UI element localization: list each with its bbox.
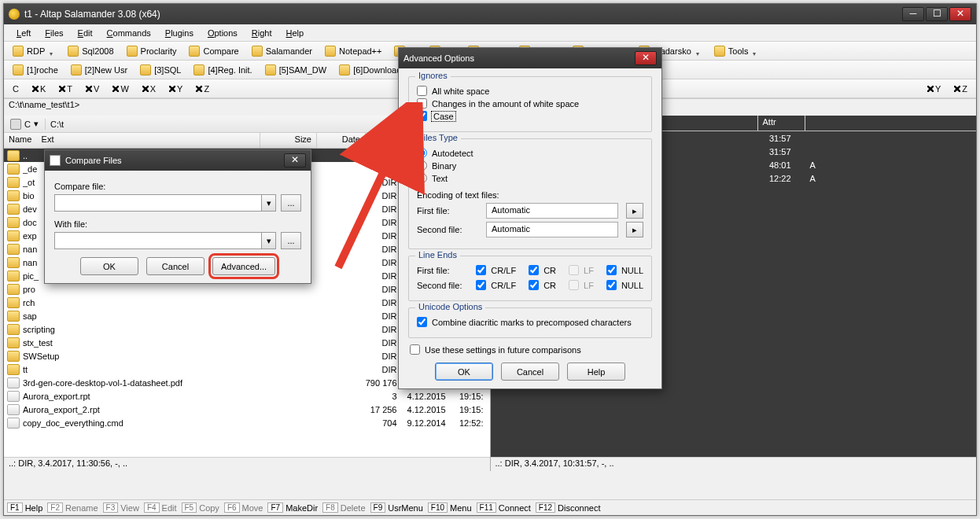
folder-icon [7, 177, 20, 188]
with-file-browse[interactable]: ... [281, 232, 301, 249]
menu-plugins[interactable]: Plugins [159, 27, 200, 39]
ignore-case-checkbox[interactable] [417, 111, 427, 121]
ignore-amount-checkbox[interactable] [417, 98, 427, 109]
toolbar-notepad-[interactable]: Notepad++ [319, 43, 387, 59]
folder-icon [7, 337, 20, 348]
chevron-down-icon [696, 48, 702, 53]
filetype-text-radio[interactable] [417, 173, 427, 183]
list-item[interactable]: Aurora_export.rpt34.12.201519:15: [4, 389, 490, 403]
le1-null-checkbox[interactable] [606, 265, 617, 275]
drv-y-icon[interactable]: 🗙Y [163, 82, 188, 96]
line-ends-group: Line Ends First file: CR/LF CR LF NULL S… [408, 256, 652, 301]
drv-k-icon[interactable]: 🗙K [26, 82, 51, 96]
folder-icon [7, 204, 20, 215]
folder-icon [7, 364, 20, 375]
menu-edit[interactable]: Edit [72, 27, 99, 39]
toolbar-tools[interactable]: Tools [709, 43, 764, 59]
menu-help[interactable]: Help [280, 27, 311, 39]
fkey-help[interactable]: F1Help [7, 502, 42, 513]
menu-options[interactable]: Options [201, 27, 244, 39]
fkey-usrmenu[interactable]: F9UsrMenu [370, 502, 423, 513]
folder-icon [7, 230, 20, 241]
maximize-button[interactable]: ☐ [926, 7, 948, 21]
combine-diacritic-checkbox[interactable] [417, 317, 427, 327]
folder-icon [325, 46, 336, 57]
encoding-first-button[interactable]: ▸ [626, 203, 643, 219]
minimize-button[interactable]: ─ [902, 7, 924, 21]
drv-z2-icon[interactable]: 🗙Z [948, 82, 973, 96]
path-box[interactable]: C:\t [46, 120, 436, 129]
with-file-dropdown[interactable]: ▾ [262, 232, 276, 249]
toolbar--5-sam_dw[interactable]: [5]SAM_DW [260, 62, 333, 78]
fkey-delete: F8Delete [322, 502, 365, 513]
list-item[interactable]: Aurora_export_2.rpt17 2564.12.201519:15: [4, 403, 490, 416]
folder-icon [189, 46, 200, 57]
drv-x-icon[interactable]: 🗙X [136, 82, 161, 96]
compare-ok-button[interactable]: OK [80, 257, 138, 275]
folder-icon [339, 64, 350, 75]
compare-dialog-title: Compare Files [65, 156, 284, 165]
filetype-binary-radio[interactable] [417, 160, 427, 171]
toolbar--1-roche[interactable]: [1]roche [7, 62, 64, 78]
fkey-move: F6Move [224, 502, 263, 513]
compare-file-browse[interactable]: ... [281, 194, 301, 212]
ignores-group: Ignores All white space Changes in the a… [408, 76, 652, 132]
le2-cr-checkbox[interactable] [529, 280, 539, 290]
filetype-auto-radio[interactable] [417, 148, 427, 158]
advanced-close-button[interactable]: ✕ [635, 51, 657, 65]
with-file-input[interactable] [54, 232, 262, 249]
compare-advanced-button[interactable]: Advanced... [212, 257, 275, 275]
ignore-whitespace-checkbox[interactable] [417, 86, 427, 96]
toolbar--2-new-usr[interactable]: [2]New Usr [65, 62, 133, 78]
toolbar-salamander[interactable]: Salamander [246, 43, 318, 59]
drv-t-icon[interactable]: 🗙T [53, 82, 78, 96]
chevron-down-icon [753, 48, 758, 53]
drv-w-icon[interactable]: 🗙W [106, 82, 134, 96]
le1-cr-checkbox[interactable] [529, 265, 539, 275]
fkey-connect[interactable]: F11Connect [477, 502, 531, 513]
toolbar--3-sql[interactable]: [3]SQL [134, 62, 186, 78]
menu-left[interactable]: Left [10, 27, 37, 39]
compare-file-input[interactable] [54, 194, 262, 212]
fkey-makedir[interactable]: F7MakeDir [267, 502, 318, 513]
unicode-group: Unicode Options Combine diacritic marks … [408, 307, 652, 338]
file-icon [7, 377, 20, 388]
toolbar-rdp[interactable]: RDP [7, 43, 61, 59]
le2-null-checkbox[interactable] [606, 280, 617, 290]
folder-icon [71, 64, 82, 75]
encoding-second-button[interactable]: ▸ [626, 222, 643, 237]
advanced-ok-button[interactable]: OK [435, 363, 493, 381]
folder-icon [7, 150, 20, 161]
encoding-second-value: Automatic [486, 222, 618, 237]
toolbar-sql2008[interactable]: Sql2008 [62, 43, 119, 59]
function-keys: F1HelpF2RenameF3ViewF4EditF5CopyF6MoveF7… [4, 499, 976, 515]
toolbar-compare[interactable]: Compare [183, 43, 244, 59]
compare-close-button[interactable]: ✕ [284, 153, 306, 167]
app-icon [9, 9, 20, 20]
toolbar--6-download[interactable]: [6]Download [333, 62, 407, 78]
menu-right[interactable]: Right [245, 27, 278, 39]
le1-crlf-checkbox[interactable] [476, 265, 486, 275]
compare-cancel-button[interactable]: Cancel [146, 257, 204, 275]
close-button[interactable]: ✕ [949, 7, 971, 21]
toolbar-proclarity[interactable]: Proclarity [121, 43, 182, 59]
fkey-disconnect[interactable]: F12Disconnect [536, 502, 601, 513]
drv-v-icon[interactable]: 🗙V [79, 82, 105, 96]
toolbar--4-reg-init-[interactable]: [4]Reg. Init. [188, 62, 257, 78]
folder-icon [13, 46, 24, 57]
advanced-cancel-button[interactable]: Cancel [501, 363, 559, 381]
list-item[interactable]: copy_doc_everything.cmd7049.12.201412:52… [4, 416, 490, 429]
drv-y2-icon[interactable]: 🗙Y [921, 82, 946, 96]
menu-files[interactable]: Files [39, 27, 69, 39]
drv-z-icon[interactable]: 🗙Z [190, 82, 215, 96]
drv-c-icon[interactable]: C [7, 82, 24, 96]
le2-crlf-checkbox[interactable] [476, 280, 486, 290]
advanced-help-button[interactable]: Help [567, 363, 625, 381]
fkey-menu[interactable]: F10Menu [428, 502, 472, 513]
le1-lf-checkbox [569, 265, 579, 275]
future-settings-checkbox[interactable] [410, 344, 420, 355]
menu-commands[interactable]: Commands [101, 27, 157, 39]
chevron-down-icon [50, 48, 55, 53]
drive-button[interactable]: C ▾ [4, 119, 46, 130]
compare-file-dropdown[interactable]: ▾ [262, 194, 276, 212]
